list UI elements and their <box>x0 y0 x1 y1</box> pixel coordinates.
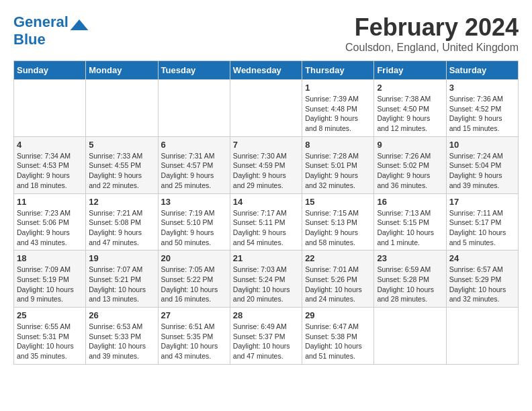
day-info: Sunrise: 7:07 AM Sunset: 5:21 PM Dayligh… <box>89 265 154 304</box>
day-info: Sunrise: 6:55 AM Sunset: 5:31 PM Dayligh… <box>17 322 83 361</box>
calendar-cell: 12Sunrise: 7:21 AM Sunset: 5:08 PM Dayli… <box>86 193 158 250</box>
day-number: 14 <box>233 197 299 207</box>
calendar-cell: 17Sunrise: 7:11 AM Sunset: 5:17 PM Dayli… <box>446 193 518 250</box>
day-info: Sunrise: 7:33 AM Sunset: 4:55 PM Dayligh… <box>89 151 154 191</box>
calendar-header-sunday: Sunday <box>14 61 86 80</box>
page-header: GeneralBlue February 2024 Coulsdon, Engl… <box>13 13 519 54</box>
day-info: Sunrise: 7:24 AM Sunset: 5:04 PM Dayligh… <box>449 151 515 191</box>
calendar-week-row: 11Sunrise: 7:23 AM Sunset: 5:06 PM Dayli… <box>14 193 519 250</box>
day-number: 11 <box>17 197 83 207</box>
day-number: 20 <box>161 253 227 263</box>
calendar-cell: 7Sunrise: 7:30 AM Sunset: 4:59 PM Daylig… <box>230 136 302 193</box>
day-info: Sunrise: 6:51 AM Sunset: 5:35 PM Dayligh… <box>161 322 227 361</box>
day-number: 12 <box>89 197 154 207</box>
calendar-cell: 24Sunrise: 6:57 AM Sunset: 5:29 PM Dayli… <box>446 250 518 308</box>
calendar-cell: 4Sunrise: 7:34 AM Sunset: 4:53 PM Daylig… <box>14 136 86 193</box>
day-info: Sunrise: 7:38 AM Sunset: 4:50 PM Dayligh… <box>377 94 443 134</box>
day-info: Sunrise: 7:01 AM Sunset: 5:26 PM Dayligh… <box>305 265 371 304</box>
day-info: Sunrise: 7:39 AM Sunset: 4:48 PM Dayligh… <box>305 94 371 134</box>
calendar-cell: 15Sunrise: 7:15 AM Sunset: 5:13 PM Dayli… <box>302 193 374 250</box>
day-number: 19 <box>89 253 154 263</box>
calendar-cell: 10Sunrise: 7:24 AM Sunset: 5:04 PM Dayli… <box>446 136 518 193</box>
calendar-cell <box>374 308 446 365</box>
calendar-cell: 6Sunrise: 7:31 AM Sunset: 4:57 PM Daylig… <box>158 136 230 193</box>
day-info: Sunrise: 7:21 AM Sunset: 5:08 PM Dayligh… <box>89 208 154 248</box>
day-info: Sunrise: 7:05 AM Sunset: 5:22 PM Dayligh… <box>161 265 227 304</box>
calendar-body: 1Sunrise: 7:39 AM Sunset: 4:48 PM Daylig… <box>14 80 519 365</box>
day-number: 17 <box>449 197 515 207</box>
calendar-cell: 13Sunrise: 7:19 AM Sunset: 5:10 PM Dayli… <box>158 193 230 250</box>
day-info: Sunrise: 7:34 AM Sunset: 4:53 PM Dayligh… <box>17 151 83 191</box>
calendar-cell: 2Sunrise: 7:38 AM Sunset: 4:50 PM Daylig… <box>374 80 446 137</box>
day-info: Sunrise: 7:17 AM Sunset: 5:11 PM Dayligh… <box>233 208 299 248</box>
calendar-cell: 19Sunrise: 7:07 AM Sunset: 5:21 PM Dayli… <box>86 250 158 308</box>
logo: GeneralBlue <box>13 13 89 48</box>
calendar-cell: 18Sunrise: 7:09 AM Sunset: 5:19 PM Dayli… <box>14 250 86 308</box>
day-info: Sunrise: 7:23 AM Sunset: 5:06 PM Dayligh… <box>17 208 83 248</box>
day-info: Sunrise: 6:47 AM Sunset: 5:38 PM Dayligh… <box>305 322 371 361</box>
day-number: 28 <box>233 310 299 320</box>
day-number: 22 <box>305 253 371 263</box>
calendar-cell: 16Sunrise: 7:13 AM Sunset: 5:15 PM Dayli… <box>374 193 446 250</box>
calendar-cell: 20Sunrise: 7:05 AM Sunset: 5:22 PM Dayli… <box>158 250 230 308</box>
calendar-cell <box>230 80 302 137</box>
calendar-week-row: 25Sunrise: 6:55 AM Sunset: 5:31 PM Dayli… <box>14 308 519 365</box>
day-info: Sunrise: 7:11 AM Sunset: 5:17 PM Dayligh… <box>449 208 515 248</box>
page-subtitle: Coulsdon, England, United Kingdom <box>345 42 519 54</box>
day-number: 18 <box>17 253 83 263</box>
day-info: Sunrise: 7:26 AM Sunset: 5:02 PM Dayligh… <box>377 151 443 191</box>
day-number: 15 <box>305 197 371 207</box>
day-number: 4 <box>17 140 83 150</box>
calendar-cell: 5Sunrise: 7:33 AM Sunset: 4:55 PM Daylig… <box>86 136 158 193</box>
day-number: 10 <box>449 140 515 150</box>
day-number: 8 <box>305 140 371 150</box>
day-info: Sunrise: 7:09 AM Sunset: 5:19 PM Dayligh… <box>17 265 83 304</box>
day-number: 9 <box>377 140 443 150</box>
page-title: February 2024 <box>345 13 519 42</box>
calendar-cell <box>86 80 158 137</box>
calendar-header-row: SundayMondayTuesdayWednesdayThursdayFrid… <box>14 61 519 80</box>
calendar-cell: 23Sunrise: 6:59 AM Sunset: 5:28 PM Dayli… <box>374 250 446 308</box>
svg-marker-0 <box>71 19 89 30</box>
day-number: 26 <box>89 310 154 320</box>
calendar-week-row: 4Sunrise: 7:34 AM Sunset: 4:53 PM Daylig… <box>14 136 519 193</box>
calendar-cell: 22Sunrise: 7:01 AM Sunset: 5:26 PM Dayli… <box>302 250 374 308</box>
day-info: Sunrise: 7:15 AM Sunset: 5:13 PM Dayligh… <box>305 208 371 248</box>
day-number: 7 <box>233 140 299 150</box>
calendar-cell: 14Sunrise: 7:17 AM Sunset: 5:11 PM Dayli… <box>230 193 302 250</box>
calendar-cell <box>158 80 230 137</box>
calendar-header-wednesday: Wednesday <box>230 61 302 80</box>
calendar-cell: 21Sunrise: 7:03 AM Sunset: 5:24 PM Dayli… <box>230 250 302 308</box>
calendar-cell: 3Sunrise: 7:36 AM Sunset: 4:52 PM Daylig… <box>446 80 518 137</box>
day-number: 5 <box>89 140 154 150</box>
day-number: 21 <box>233 253 299 263</box>
calendar-header-thursday: Thursday <box>302 61 374 80</box>
calendar-cell: 1Sunrise: 7:39 AM Sunset: 4:48 PM Daylig… <box>302 80 374 137</box>
day-number: 29 <box>305 310 371 320</box>
calendar-table: SundayMondayTuesdayWednesdayThursdayFrid… <box>13 60 519 365</box>
calendar-cell: 11Sunrise: 7:23 AM Sunset: 5:06 PM Dayli… <box>14 193 86 250</box>
day-info: Sunrise: 7:36 AM Sunset: 4:52 PM Dayligh… <box>449 94 515 134</box>
day-info: Sunrise: 6:57 AM Sunset: 5:29 PM Dayligh… <box>449 265 515 304</box>
logo-icon <box>70 19 89 30</box>
day-info: Sunrise: 7:19 AM Sunset: 5:10 PM Dayligh… <box>161 208 227 248</box>
calendar-header-friday: Friday <box>374 61 446 80</box>
day-number: 2 <box>377 83 443 93</box>
calendar-cell: 28Sunrise: 6:49 AM Sunset: 5:37 PM Dayli… <box>230 308 302 365</box>
day-info: Sunrise: 7:28 AM Sunset: 5:01 PM Dayligh… <box>305 151 371 191</box>
calendar-cell: 26Sunrise: 6:53 AM Sunset: 5:33 PM Dayli… <box>86 308 158 365</box>
calendar-cell: 25Sunrise: 6:55 AM Sunset: 5:31 PM Dayli… <box>14 308 86 365</box>
calendar-header-saturday: Saturday <box>446 61 518 80</box>
day-info: Sunrise: 6:53 AM Sunset: 5:33 PM Dayligh… <box>89 322 154 361</box>
day-info: Sunrise: 7:31 AM Sunset: 4:57 PM Dayligh… <box>161 151 227 191</box>
day-number: 6 <box>161 140 227 150</box>
day-info: Sunrise: 6:49 AM Sunset: 5:37 PM Dayligh… <box>233 322 299 361</box>
day-number: 13 <box>161 197 227 207</box>
day-info: Sunrise: 6:59 AM Sunset: 5:28 PM Dayligh… <box>377 265 443 304</box>
calendar-header-monday: Monday <box>86 61 158 80</box>
calendar-cell: 8Sunrise: 7:28 AM Sunset: 5:01 PM Daylig… <box>302 136 374 193</box>
calendar-cell: 9Sunrise: 7:26 AM Sunset: 5:02 PM Daylig… <box>374 136 446 193</box>
day-number: 16 <box>377 197 443 207</box>
day-number: 27 <box>161 310 227 320</box>
calendar-cell: 27Sunrise: 6:51 AM Sunset: 5:35 PM Dayli… <box>158 308 230 365</box>
